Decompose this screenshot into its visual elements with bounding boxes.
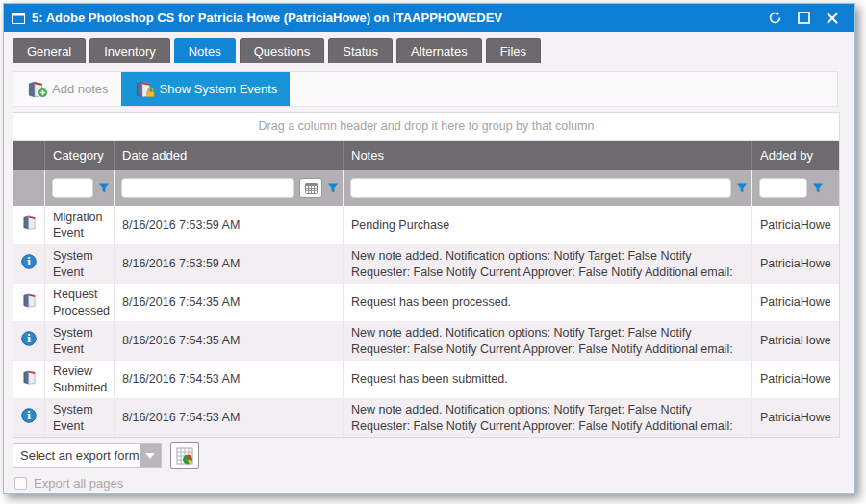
tab-notes[interactable]: Notes: [174, 38, 236, 63]
table-row[interactable]: i System Event 8/16/2016 7:54:35 AM New …: [13, 321, 839, 360]
note-icon: [21, 369, 38, 390]
grid-header-row: Category Date added Notes Added by: [13, 141, 839, 170]
tab-questions[interactable]: Questions: [240, 38, 325, 63]
tab-status[interactable]: Status: [328, 38, 393, 63]
note-icon: [21, 214, 38, 235]
header-category[interactable]: Category: [45, 141, 115, 170]
export-all-pages-row: Export all pages: [14, 476, 854, 491]
tab-files[interactable]: Files: [486, 38, 541, 63]
export-all-pages-label: Export all pages: [34, 476, 123, 491]
cell-category: Request Processed: [45, 284, 115, 321]
export-format-value: Select an export format: [13, 444, 140, 467]
tab-strip: General Inventory Notes Questions Status…: [13, 38, 854, 63]
group-by-drop-zone[interactable]: Drag a column header and drop it here to…: [13, 113, 839, 141]
add-notes-button[interactable]: Add notes: [13, 72, 121, 106]
add-notes-label: Add notes: [52, 82, 109, 96]
tab-general[interactable]: General: [13, 38, 86, 63]
export-all-pages-checkbox[interactable]: [14, 477, 27, 490]
header-notes[interactable]: Notes: [344, 141, 752, 170]
cell-date-added: 8/16/2016 7:53:59 AM: [115, 206, 344, 244]
table-row[interactable]: Review Submitted 8/16/2016 7:54:53 AM Re…: [13, 360, 839, 398]
cell-date-added: 8/16/2016 7:54:53 AM: [115, 399, 344, 437]
cell-date-added: 8/16/2016 7:54:53 AM: [115, 361, 344, 398]
table-row[interactable]: Migration Event 8/16/2016 7:53:59 AM Pen…: [13, 206, 839, 244]
cell-added-by: PatriciaHowe: [752, 322, 839, 360]
window-title: 5: Adobe Photoshop CS for Patricia Howe …: [32, 11, 760, 25]
maximize-button[interactable]: [789, 4, 818, 32]
filter-icon-cell: [13, 170, 45, 206]
refresh-icon: [768, 11, 782, 25]
grid-rows: Migration Event 8/16/2016 7:53:59 AM Pen…: [13, 206, 839, 437]
cell-added-by: PatriciaHowe: [752, 245, 839, 283]
info-icon: i: [21, 254, 37, 273]
tab-inventory[interactable]: Inventory: [89, 38, 169, 63]
notes-filter-input[interactable]: [350, 178, 731, 198]
cell-category: System Event: [45, 399, 115, 437]
header-date-added[interactable]: Date added: [115, 141, 344, 170]
added-by-filter-input[interactable]: [759, 178, 807, 198]
note-plus-icon: [26, 80, 45, 99]
cell-notes: New note added. Notification options: No…: [344, 245, 752, 283]
cell-date-added: 8/16/2016 7:54:35 AM: [115, 322, 344, 360]
cell-notes: New note added. Notification options: No…: [344, 399, 752, 437]
cell-notes: Request has been submitted.: [344, 361, 752, 398]
date-picker-button[interactable]: [299, 178, 322, 198]
export-bar: Select an export format: [13, 442, 854, 469]
titlebar: 5: Adobe Photoshop CS for Patricia Howe …: [4, 4, 854, 32]
close-button[interactable]: [818, 4, 847, 32]
show-system-events-label: Show System Events: [160, 82, 278, 96]
svg-text:i: i: [27, 411, 31, 423]
note-icon: [21, 292, 38, 313]
notes-toolbar: Add notes Show System Events: [13, 71, 838, 107]
dropdown-arrow-button[interactable]: [140, 444, 161, 467]
cell-category: System Event: [45, 322, 115, 360]
funnel-icon[interactable]: [98, 182, 110, 194]
cell-date-added: 8/16/2016 7:54:35 AM: [115, 284, 344, 321]
grid-filter-row: [13, 170, 839, 206]
cell-notes: New note added. Notification options: No…: [344, 322, 752, 360]
date-added-filter-input[interactable]: [121, 178, 294, 198]
funnel-icon[interactable]: [736, 182, 748, 194]
window-icon: [12, 13, 25, 24]
show-system-events-button[interactable]: Show System Events: [121, 72, 291, 106]
cell-date-added: 8/16/2016 7:53:59 AM: [115, 245, 344, 283]
cell-category: System Event: [45, 245, 115, 283]
cell-notes: Request has been processed.: [344, 284, 752, 321]
tab-alternates[interactable]: Alternates: [396, 38, 482, 63]
info-icon: i: [21, 408, 37, 427]
table-row[interactable]: i System Event 8/16/2016 7:53:59 AM New …: [13, 244, 839, 283]
maximize-icon: [798, 12, 810, 24]
dialog-window: 5: Adobe Photoshop CS for Patricia Howe …: [3, 3, 855, 494]
cell-added-by: PatriciaHowe: [752, 206, 839, 244]
chevron-down-icon: [145, 453, 155, 459]
svg-text:i: i: [27, 334, 31, 346]
refresh-button[interactable]: [760, 4, 789, 32]
table-row[interactable]: i System Event 8/16/2016 7:54:53 AM New …: [13, 398, 839, 437]
cell-category: Migration Event: [45, 206, 115, 244]
svg-text:i: i: [27, 257, 31, 269]
header-icon-column: [13, 141, 45, 170]
note-lock-icon: [134, 80, 153, 99]
cell-notes: Pending Purchase: [344, 206, 752, 244]
funnel-icon[interactable]: [327, 182, 339, 194]
table-row[interactable]: Request Processed 8/16/2016 7:54:35 AM R…: [13, 283, 839, 321]
notes-grid: Drag a column header and drop it here to…: [13, 112, 840, 438]
close-icon: [827, 13, 838, 24]
cell-added-by: PatriciaHowe: [752, 361, 839, 398]
cell-category: Review Submitted: [45, 361, 115, 398]
calendar-icon: [305, 182, 318, 194]
export-format-select[interactable]: Select an export format: [13, 443, 162, 468]
export-table-icon: [176, 447, 193, 465]
cell-added-by: PatriciaHowe: [752, 399, 839, 437]
export-button[interactable]: [170, 442, 199, 469]
header-added-by[interactable]: Added by: [752, 141, 839, 170]
funnel-icon[interactable]: [812, 182, 824, 194]
category-filter-input[interactable]: [52, 178, 93, 198]
cell-added-by: PatriciaHowe: [752, 284, 839, 321]
info-icon: i: [21, 331, 37, 350]
